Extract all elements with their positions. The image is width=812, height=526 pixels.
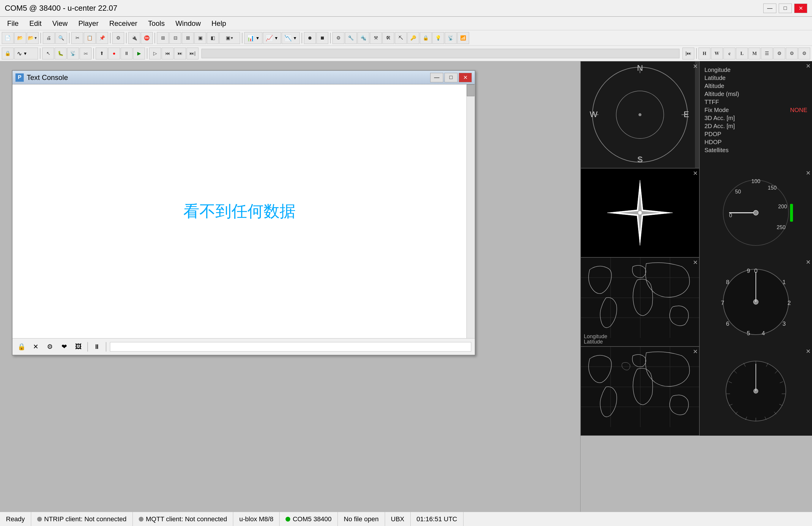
console-icon: P xyxy=(15,73,24,82)
compass-panel-scrollbar[interactable] xyxy=(695,61,699,168)
settings9-button[interactable]: 💡 xyxy=(432,32,444,44)
settings2-button[interactable]: 🔧 xyxy=(345,32,357,44)
gear1-button[interactable]: ⚙ xyxy=(773,47,785,59)
config-footer-icon[interactable]: ⚙ xyxy=(45,341,55,352)
end2-button[interactable]: |⏭ xyxy=(682,47,694,59)
window3-button[interactable]: ⊠ xyxy=(182,32,194,44)
settings6-button[interactable]: ⛏ xyxy=(395,32,407,44)
new-button[interactable]: 📄 xyxy=(2,32,14,44)
paste-button[interactable]: 📌 xyxy=(96,32,108,44)
menu-window[interactable]: Window xyxy=(171,18,205,29)
lock-button[interactable]: 🔒 xyxy=(2,47,14,59)
settings3-button[interactable]: 🔩 xyxy=(358,32,369,44)
gear2-button[interactable]: ⚙ xyxy=(786,47,798,59)
window2-button[interactable]: ⊟ xyxy=(169,32,181,44)
console-maximize-button[interactable]: □ xyxy=(445,73,458,82)
play-slow-button[interactable]: ▷ xyxy=(149,47,161,59)
lock-footer-icon[interactable]: 🔒 xyxy=(16,341,27,352)
dial1-close-button[interactable]: ✕ xyxy=(806,258,811,266)
dial2-svg xyxy=(723,358,788,424)
settings5-button[interactable]: 🛠 xyxy=(382,32,394,44)
compass-close-button[interactable]: ✕ xyxy=(693,63,698,70)
cut-button[interactable]: ✂ xyxy=(71,32,83,44)
com-text: COM5 38400 xyxy=(293,515,332,523)
copy-button[interactable]: 📋 xyxy=(84,32,96,44)
info-close-button[interactable]: ✕ xyxy=(806,62,811,70)
playback-slider[interactable] xyxy=(201,49,680,58)
pause-footer-icon[interactable]: ⏸ xyxy=(91,341,102,352)
maximize-button[interactable]: □ xyxy=(779,3,792,13)
console-scrollbar[interactable] xyxy=(466,84,475,338)
map2-close-button[interactable]: ✕ xyxy=(693,348,698,355)
settings7-button[interactable]: 🔑 xyxy=(407,32,419,44)
end-button[interactable]: ⏭| xyxy=(187,47,199,59)
next-button[interactable]: ⏭ xyxy=(174,47,186,59)
menu-player[interactable]: Player xyxy=(74,18,103,29)
speedometer-close-button[interactable]: ✕ xyxy=(806,169,811,176)
up-button[interactable]: ⬆ xyxy=(96,47,107,59)
prev-button[interactable]: ⏮ xyxy=(162,47,174,59)
console-close-button[interactable]: ✕ xyxy=(459,73,472,82)
print-button[interactable]: 🖨 xyxy=(43,32,55,44)
connect-button[interactable]: 🔌 xyxy=(128,32,140,44)
mbar-button[interactable]: 𝐌 xyxy=(749,47,760,59)
settings11-button[interactable]: 📶 xyxy=(457,32,469,44)
close-button[interactable]: ✕ xyxy=(794,3,807,13)
open-recent-button[interactable]: 📂▼ xyxy=(27,32,39,44)
console-input[interactable] xyxy=(110,342,471,352)
toolbar-separator xyxy=(69,33,70,43)
cbar-button[interactable]: 𝐜 xyxy=(723,47,735,59)
image-footer-icon[interactable]: 🖼 xyxy=(73,341,84,352)
cursor-button[interactable]: ↖ xyxy=(42,47,54,59)
settings4-button[interactable]: ⚒ xyxy=(370,32,382,44)
gbar-button[interactable]: ☰ xyxy=(761,47,773,59)
pause-button[interactable]: ⏸ xyxy=(121,47,132,59)
info-row: 2D Acc. [m] xyxy=(705,122,807,130)
record-dot-button[interactable]: ● xyxy=(108,47,120,59)
hbar-button[interactable]: 𝐇 xyxy=(698,47,710,59)
console-scrollbar-thumb[interactable] xyxy=(467,84,475,96)
map1-close-button[interactable]: ✕ xyxy=(693,259,698,266)
gear3-button[interactable]: ⚙ xyxy=(798,47,810,59)
dial2-close-button[interactable]: ✕ xyxy=(806,348,811,355)
settings10-button[interactable]: 📡 xyxy=(445,32,456,44)
bug-button[interactable]: 🐛 xyxy=(55,47,67,59)
find-button[interactable]: 🔍 xyxy=(55,32,67,44)
info-row: Altitude xyxy=(705,82,807,90)
heart-footer-icon[interactable]: ❤ xyxy=(59,341,70,352)
close-footer-icon[interactable]: ✕ xyxy=(30,341,41,352)
disconnect-button[interactable]: ⛔ xyxy=(141,32,153,44)
minimize-button[interactable]: — xyxy=(763,3,776,13)
mode-dropdown[interactable]: ∿▼ xyxy=(14,47,38,59)
view-dropdown2[interactable]: 📈▼ xyxy=(263,32,281,44)
info-row: Longitude xyxy=(705,66,807,74)
menu-receiver[interactable]: Receiver xyxy=(105,18,142,29)
toolbar-separator xyxy=(110,33,111,43)
record-stop-button[interactable]: ⏹ xyxy=(316,32,328,44)
config-button[interactable]: ⚙ xyxy=(112,32,124,44)
menu-edit[interactable]: Edit xyxy=(25,18,46,29)
lbar-button[interactable]: 𝐋 xyxy=(736,47,748,59)
menu-help[interactable]: Help xyxy=(207,18,231,29)
svg-text:2: 2 xyxy=(787,300,791,306)
window4-button[interactable]: ▣ xyxy=(194,32,206,44)
menu-view[interactable]: View xyxy=(47,18,72,29)
record-start-button[interactable]: ⏺ xyxy=(304,32,316,44)
northstar-close-button[interactable]: ✕ xyxy=(693,170,698,177)
menu-file[interactable]: File xyxy=(2,18,24,29)
view-dropdown1[interactable]: 📊▼ xyxy=(244,32,262,44)
window6-button[interactable]: ▣▼ xyxy=(219,32,240,44)
open-button[interactable]: 📂 xyxy=(14,32,26,44)
settings8-button[interactable]: 🔒 xyxy=(420,32,432,44)
console-minimize-button[interactable]: — xyxy=(430,73,443,82)
play-button[interactable]: ▶ xyxy=(133,47,145,59)
wbar-button[interactable]: 𝐖 xyxy=(711,47,723,59)
settings1-button[interactable]: ⚙ xyxy=(332,32,344,44)
menu-tools[interactable]: Tools xyxy=(143,18,169,29)
worldmap1-row: ✕ xyxy=(581,257,812,346)
view-dropdown3[interactable]: 📉▼ xyxy=(282,32,300,44)
filter-button[interactable]: ⫗ xyxy=(79,47,91,59)
window1-button[interactable]: ⊞ xyxy=(157,32,169,44)
antenna-button[interactable]: 📡 xyxy=(67,47,79,59)
window5-button[interactable]: ◧ xyxy=(207,32,219,44)
